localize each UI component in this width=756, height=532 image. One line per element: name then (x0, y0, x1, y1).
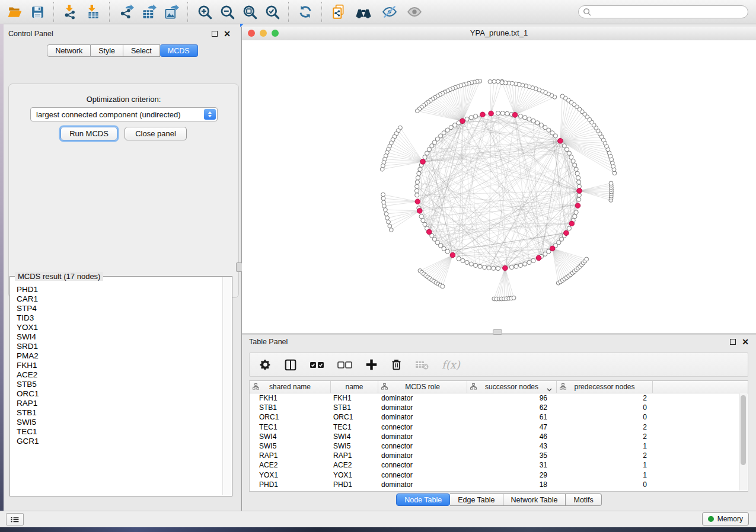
node[interactable] (474, 263, 478, 267)
zoom-out-button[interactable] (217, 2, 237, 21)
node[interactable] (415, 193, 419, 197)
dominator-node[interactable] (420, 159, 426, 165)
dominator-node[interactable] (450, 252, 455, 258)
table-row[interactable]: ORC1ORC1dominator610 (250, 412, 748, 422)
node[interactable] (441, 284, 445, 289)
node[interactable] (415, 109, 419, 113)
dominator-node[interactable] (569, 221, 575, 226)
node[interactable] (496, 111, 500, 115)
hide-selected-button[interactable] (379, 2, 400, 21)
node[interactable] (488, 80, 492, 84)
node[interactable] (465, 117, 469, 121)
table-row[interactable]: SWI4SWI4dominator462 (250, 432, 748, 441)
show-columns-button[interactable] (284, 357, 297, 373)
table-row[interactable]: SWI5SWI5connector431 (250, 441, 748, 451)
node[interactable] (531, 258, 535, 262)
tab-motifs[interactable]: Motifs (566, 493, 601, 506)
clone-network-button[interactable] (328, 2, 349, 21)
tab-network-table[interactable]: Network Table (503, 493, 566, 506)
node[interactable] (577, 180, 581, 184)
mcds-result-item[interactable]: ORC1 (17, 389, 222, 399)
node[interactable] (505, 111, 509, 116)
scrollbar-thumb[interactable] (741, 395, 746, 465)
node[interactable] (461, 258, 465, 262)
save-session-button[interactable] (27, 2, 47, 21)
network-canvas[interactable] (242, 40, 756, 333)
node[interactable] (496, 79, 500, 84)
node[interactable] (569, 155, 573, 159)
zoom-fit-button[interactable] (240, 2, 260, 21)
node[interactable] (380, 167, 384, 171)
node[interactable] (574, 167, 578, 171)
open-session-button[interactable] (5, 2, 25, 21)
node[interactable] (577, 197, 581, 201)
tab-node-table[interactable]: Node Table (396, 493, 450, 506)
node[interactable] (523, 116, 527, 120)
node[interactable] (518, 114, 522, 118)
node[interactable] (576, 176, 580, 180)
node[interactable] (575, 171, 579, 175)
network-graph[interactable] (242, 40, 756, 333)
table-row[interactable]: FKH1FKH1dominator962 (250, 393, 748, 403)
node[interactable] (560, 94, 564, 98)
mcds-result-item[interactable]: YOX1 (17, 323, 222, 332)
node[interactable] (469, 116, 473, 120)
table-row[interactable]: ACE2ACE2connector311 (250, 460, 748, 470)
node[interactable] (514, 264, 518, 268)
node[interactable] (415, 184, 419, 188)
mcds-result-item[interactable]: SRD1 (17, 342, 222, 351)
node[interactable] (531, 118, 535, 123)
mcds-result-item[interactable]: SWI4 (17, 332, 222, 342)
mcds-result-list[interactable]: PHD1CAR1STP4TID3YOX1SWI4SRD1PMA2FKH1ACE2… (10, 280, 222, 495)
select-all-rows-button[interactable] (310, 357, 325, 373)
node[interactable] (574, 210, 578, 214)
node[interactable] (445, 249, 449, 254)
mcds-result-item[interactable]: STP4 (17, 304, 222, 313)
close-panel-button[interactable]: Close panel (125, 127, 187, 140)
float-panel-icon[interactable] (212, 31, 218, 37)
node[interactable] (384, 212, 388, 216)
maximize-window-icon[interactable] (272, 30, 279, 37)
node[interactable] (418, 167, 422, 171)
dominator-node[interactable] (480, 112, 486, 117)
tab-select[interactable]: Select (123, 44, 160, 57)
minimize-window-icon[interactable] (260, 30, 267, 37)
dominator-node[interactable] (564, 230, 569, 236)
node[interactable] (423, 155, 427, 159)
dominator-node[interactable] (512, 113, 518, 118)
node[interactable] (492, 79, 496, 84)
node[interactable] (512, 296, 516, 300)
node[interactable] (543, 126, 547, 130)
dominator-node[interactable] (575, 203, 580, 209)
task-history-button[interactable] (6, 513, 24, 525)
node[interactable] (385, 216, 390, 220)
node[interactable] (527, 260, 531, 264)
table-row[interactable]: STB1STB1dominator620 (250, 403, 748, 412)
mcds-result-item[interactable]: GCR1 (17, 437, 222, 446)
import-table-button[interactable] (83, 2, 103, 21)
tab-edge-table[interactable]: Edge Table (450, 493, 503, 506)
node[interactable] (419, 214, 423, 219)
dominator-node[interactable] (536, 255, 541, 261)
mcds-result-item[interactable]: SWI5 (17, 418, 222, 427)
table-row[interactable]: RAP1RAP1dominator352 (250, 451, 748, 460)
node[interactable] (423, 222, 427, 226)
node[interactable] (421, 219, 425, 223)
mcds-result-item[interactable]: PHD1 (17, 285, 222, 294)
refresh-button[interactable] (295, 2, 315, 21)
column-header-shared-name[interactable]: shared name (250, 381, 331, 393)
delete-table-button[interactable] (415, 357, 429, 373)
node[interactable] (389, 228, 393, 232)
dominator-node[interactable] (503, 265, 508, 271)
deselect-all-rows-button[interactable] (337, 357, 353, 373)
table-row[interactable]: TEC1TEC1connector472 (250, 422, 748, 432)
node[interactable] (487, 266, 491, 270)
node[interactable] (609, 181, 613, 185)
node[interactable] (492, 266, 496, 270)
node[interactable] (417, 171, 421, 175)
node[interactable] (381, 197, 385, 201)
mcds-result-item[interactable]: RAP1 (17, 399, 222, 408)
float-panel-icon[interactable] (730, 339, 736, 345)
mcds-result-item[interactable]: PMA2 (17, 351, 222, 361)
node[interactable] (478, 264, 482, 268)
